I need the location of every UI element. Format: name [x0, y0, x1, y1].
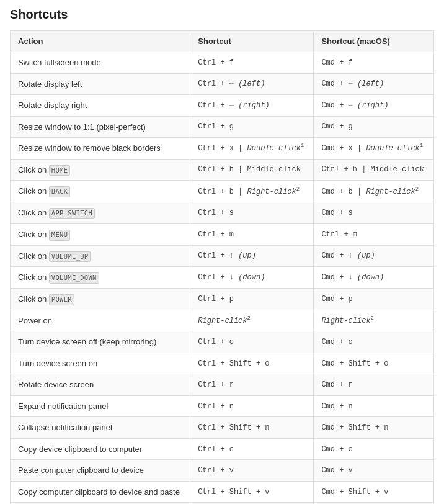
shortcut-cell: Ctrl + o: [190, 331, 314, 353]
macos-shortcut-cell: Right-click2: [314, 310, 434, 331]
table-row: Click on MENUCtrl + mCtrl + m: [11, 223, 434, 245]
table-row: Click on APP_SWITCHCtrl + sCmd + s: [11, 202, 434, 224]
table-header-row: Action Shortcut Shortcut (macOS): [11, 31, 434, 52]
action-cell: Turn device screen off (keep mirroring): [11, 331, 190, 353]
table-row: Turn device screen off (keep mirroring)C…: [11, 331, 434, 353]
shortcut-cell: Ctrl + m: [190, 223, 314, 245]
action-cell: Resize window to 1:1 (pixel-perfect): [11, 116, 190, 138]
page-title: Shortcuts: [10, 7, 434, 22]
action-cell: Click on HOME: [11, 159, 190, 181]
shortcut-cell: Ctrl + r: [190, 374, 314, 396]
table-row: Click on VOLUME_UPCtrl + ↑ (up)Cmd + ↑ (…: [11, 245, 434, 267]
macos-shortcut-cell: Cmd + n: [314, 395, 434, 417]
macos-shortcut-cell: Cmd + ↓ (down): [314, 267, 434, 289]
action-cell: Paste computer clipboard to device: [11, 460, 190, 482]
action-cell: Copy device clipboard to computer: [11, 438, 190, 460]
shortcut-cell: Ctrl + ↑ (up): [190, 245, 314, 267]
shortcut-cell: Ctrl + ← (left): [190, 73, 314, 95]
action-cell: Rotate display right: [11, 95, 190, 117]
macos-shortcut-cell: Cmd + Shift + n: [314, 417, 434, 439]
table-row: Click on VOLUME_DOWNCtrl + ↓ (down)Cmd +…: [11, 267, 434, 289]
col-header-action: Action: [11, 31, 190, 52]
table-row: Rotate device screenCtrl + rCmd + r: [11, 374, 434, 396]
shortcut-cell: Ctrl + n: [190, 395, 314, 417]
action-cell: Rotate device screen: [11, 374, 190, 396]
table-row: Expand notification panelCtrl + nCmd + n: [11, 395, 434, 417]
shortcuts-table: Action Shortcut Shortcut (macOS) Switch …: [10, 30, 434, 504]
table-row: Copy device clipboard to computerCtrl + …: [11, 438, 434, 460]
shortcut-cell: Right-click2: [190, 310, 314, 331]
table-row: Rotate display leftCtrl + ← (left)Cmd + …: [11, 73, 434, 95]
macos-shortcut-cell: Cmd + c: [314, 438, 434, 460]
macos-shortcut-cell: Ctrl + m: [314, 223, 434, 245]
shortcut-cell: Ctrl + x | Double-click1: [190, 138, 314, 160]
table-row: Resize window to 1:1 (pixel-perfect)Ctrl…: [11, 116, 434, 138]
macos-shortcut-cell: Cmd + f: [314, 52, 434, 74]
macos-shortcut-cell: Cmd + b | Right-click2: [314, 181, 434, 202]
action-cell: Click on BACK: [11, 181, 190, 202]
shortcut-cell: Ctrl + v: [190, 460, 314, 482]
shortcut-cell: Ctrl + Shift + v: [190, 481, 314, 503]
table-row: Rotate display rightCtrl + → (right)Cmd …: [11, 95, 434, 117]
shortcut-cell: Ctrl + g: [190, 116, 314, 138]
macos-shortcut-cell: Cmd + x | Double-click1: [314, 138, 434, 160]
shortcut-cell: Ctrl + c: [190, 438, 314, 460]
action-cell: Switch fullscreen mode: [11, 52, 190, 74]
macos-shortcut-cell: Cmd + ← (left): [314, 73, 434, 95]
action-cell: Resize window to remove black borders: [11, 138, 190, 160]
table-row: Switch fullscreen modeCtrl + fCmd + f: [11, 52, 434, 74]
action-cell: Copy computer clipboard to device and pa…: [11, 481, 190, 503]
table-row: Resize window to remove black bordersCtr…: [11, 138, 434, 160]
macos-shortcut-cell: Cmd + ↑ (up): [314, 245, 434, 267]
shortcut-cell: Ctrl + ↓ (down): [190, 267, 314, 289]
shortcut-cell: Ctrl + h | Middle-click: [190, 159, 314, 181]
action-cell: Turn device screen on: [11, 353, 190, 374]
action-cell: Click on VOLUME_DOWN: [11, 267, 190, 289]
shortcut-cell: Ctrl + f: [190, 52, 314, 74]
macos-shortcut-cell: Cmd + r: [314, 374, 434, 396]
macos-shortcut-cell: Cmd + v: [314, 460, 434, 482]
action-cell: Click on MENU: [11, 223, 190, 245]
action-cell: Click on VOLUME_UP: [11, 245, 190, 267]
macos-shortcut-cell: Ctrl + h | Middle-click: [314, 159, 434, 181]
col-header-shortcut: Shortcut: [190, 31, 314, 52]
table-row: Turn device screen onCtrl + Shift + oCmd…: [11, 353, 434, 374]
macos-shortcut-cell: Cmd + → (right): [314, 95, 434, 117]
action-cell: Click on POWER: [11, 289, 190, 310]
shortcut-cell: Ctrl + → (right): [190, 95, 314, 117]
action-cell: Click on APP_SWITCH: [11, 202, 190, 224]
macos-shortcut-cell: Cmd + o: [314, 331, 434, 353]
table-row: Collapse notification panelCtrl + Shift …: [11, 417, 434, 439]
shortcut-cell: Ctrl + Shift + n: [190, 417, 314, 439]
macos-shortcut-cell: Cmd + s: [314, 202, 434, 224]
macos-shortcut-cell: Cmd + Shift + o: [314, 353, 434, 374]
table-row: Copy computer clipboard to device and pa…: [11, 481, 434, 503]
macos-shortcut-cell: Cmd + p: [314, 289, 434, 310]
action-cell: Collapse notification panel: [11, 417, 190, 439]
action-cell: Power on: [11, 310, 190, 331]
shortcut-cell: Ctrl + s: [190, 202, 314, 224]
shortcut-cell: Ctrl + p: [190, 289, 314, 310]
macos-shortcut-cell: Cmd + Shift + v: [314, 481, 434, 503]
macos-shortcut-cell: Cmd + g: [314, 116, 434, 138]
col-header-macos: Shortcut (macOS): [314, 31, 434, 52]
table-row: Power onRight-click2Right-click2: [11, 310, 434, 331]
table-row: Paste computer clipboard to deviceCtrl +…: [11, 460, 434, 482]
table-row: Click on BACKCtrl + b | Right-click2Cmd …: [11, 181, 434, 202]
action-cell: Expand notification panel: [11, 395, 190, 417]
table-row: Click on HOMECtrl + h | Middle-clickCtrl…: [11, 159, 434, 181]
action-cell: Rotate display left: [11, 73, 190, 95]
table-row: Click on POWERCtrl + pCmd + p: [11, 289, 434, 310]
shortcut-cell: Ctrl + b | Right-click2: [190, 181, 314, 202]
shortcut-cell: Ctrl + Shift + o: [190, 353, 314, 374]
